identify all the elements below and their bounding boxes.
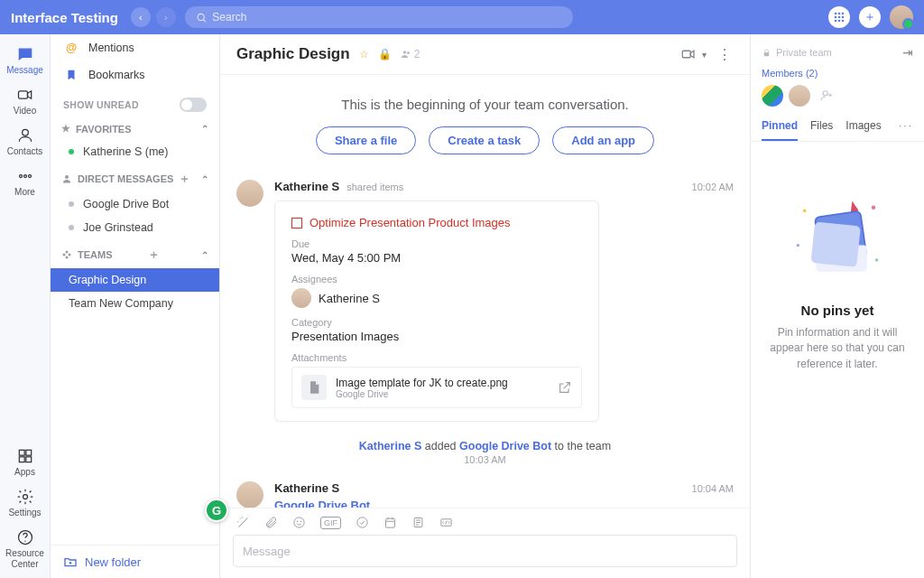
task-title-row[interactable]: Optimize Presentation Product Images (291, 216, 582, 229)
add-app-button[interactable]: Add an app (552, 126, 654, 154)
rail-item-resource-center[interactable]: Resource Center (0, 523, 50, 578)
create-task-button[interactable]: Create a task (429, 126, 540, 154)
empty-body: Pin information and it will appear here … (767, 325, 908, 372)
svg-rect-32 (682, 51, 690, 58)
start-video-button[interactable] (680, 46, 697, 62)
emoji-icon[interactable] (292, 516, 306, 529)
message-author[interactable]: Katherine S (274, 180, 339, 193)
task-checkbox-icon[interactable] (291, 218, 302, 228)
members-icon[interactable]: 2 (401, 48, 420, 61)
conversation-start-text: This is the beginning of your team conve… (236, 88, 734, 126)
chevron-up-icon: ⌃ (201, 124, 208, 134)
svg-point-14 (23, 175, 26, 178)
sidebar: @ Mentions Bookmarks SHOW UNREAD ★ FAVOR… (51, 34, 220, 578)
tab-pinned[interactable]: Pinned (762, 119, 798, 141)
members-link[interactable]: Members (2) (762, 68, 818, 79)
show-unread-label: SHOW UNREAD (63, 99, 139, 110)
more-icon (16, 167, 34, 185)
rail-label-video: Video (14, 106, 36, 116)
rail-item-contacts[interactable]: Contacts (0, 121, 50, 162)
collapse-panel-button[interactable]: ⇥ (902, 45, 913, 60)
svg-rect-37 (386, 518, 395, 527)
conversation-body[interactable]: This is the beginning of your team conve… (220, 75, 750, 508)
nav-back-button[interactable]: ‹ (131, 7, 151, 27)
tab-more-button[interactable]: ··· (899, 119, 913, 141)
add-team-button[interactable]: ＋ (148, 247, 160, 263)
task-card[interactable]: Optimize Presentation Product Images Due… (274, 200, 599, 422)
dialpad-button[interactable] (828, 6, 850, 28)
add-dm-button[interactable]: ＋ (179, 171, 190, 187)
nav-forward-button[interactable]: › (156, 7, 176, 27)
dm-item-drivebot[interactable]: Google Drive Bot (51, 192, 219, 216)
svg-point-24 (63, 254, 66, 256)
svg-point-33 (294, 517, 304, 527)
dm-item-joe[interactable]: Joe Grinstead (51, 216, 219, 239)
message-link[interactable]: Google Drive Bot (274, 499, 734, 508)
svg-point-31 (407, 51, 410, 54)
open-attachment-button[interactable] (558, 380, 572, 395)
at-icon: @ (63, 42, 79, 54)
rail-label-settings: Settings (8, 508, 41, 517)
team-item-new-company[interactable]: Team New Company (51, 292, 219, 315)
code-icon[interactable] (439, 516, 453, 529)
rail-item-more[interactable]: More (0, 162, 50, 202)
add-member-button[interactable] (816, 85, 837, 107)
search-input[interactable] (212, 11, 562, 23)
star-outline-icon[interactable]: ☆ (359, 48, 369, 61)
member-avatar-katherine[interactable] (789, 85, 810, 107)
more-options-button[interactable]: ⋮ (717, 46, 734, 63)
rail-item-video[interactable]: Video (0, 80, 50, 121)
calendar-icon[interactable] (383, 516, 397, 529)
topbar-right: ＋ (828, 5, 913, 29)
sidebar-item-mentions[interactable]: @ Mentions (51, 34, 219, 61)
svg-point-7 (842, 16, 845, 19)
pin-illustration-icon (788, 196, 887, 286)
task-icon[interactable] (356, 516, 369, 529)
tab-images[interactable]: Images (845, 119, 881, 141)
sys-tail: to the team (551, 440, 611, 452)
attach-icon[interactable] (264, 516, 278, 529)
favorite-item-self[interactable]: Katherine S (me) (51, 140, 219, 163)
member-avatar-drivebot[interactable] (762, 85, 783, 107)
pinned-empty-state: No pins yet Pin information and it will … (751, 142, 924, 578)
dm-section-header[interactable]: DIRECT MESSAGES ＋ ⌃ (51, 163, 219, 192)
teams-section-header[interactable]: TEAMS ＋ ⌃ (51, 239, 219, 268)
rail-item-settings[interactable]: Settings (0, 482, 50, 523)
tab-files[interactable]: Files (810, 119, 833, 141)
sidebar-item-bookmarks[interactable]: Bookmarks (51, 61, 219, 89)
avatar[interactable] (236, 481, 263, 508)
dm-heading-label: DIRECT MESSAGES (78, 173, 173, 184)
share-file-button[interactable]: Share a file (316, 126, 416, 154)
chevron-up-icon: ⌃ (201, 250, 208, 260)
gif-icon[interactable]: GIF (320, 517, 341, 529)
current-user-avatar[interactable] (890, 5, 913, 29)
team-item-label: Graphic Design (69, 274, 146, 286)
svg-line-1 (203, 19, 205, 21)
chevron-down-icon[interactable]: ▾ (702, 50, 707, 60)
favorites-section-header[interactable]: ★ FAVORITES ⌃ (51, 116, 219, 140)
grammarly-icon[interactable]: G (205, 499, 228, 522)
sys-target[interactable]: Google Drive Bot (459, 440, 551, 452)
composer-input-wrap[interactable] (233, 535, 737, 567)
message-author[interactable]: Katherine S (274, 481, 339, 495)
system-time: 10:03 AM (236, 454, 734, 465)
sys-mid: added (421, 440, 459, 452)
new-action-button[interactable]: ＋ (859, 6, 881, 28)
rail-item-message[interactable]: Message (0, 40, 50, 80)
show-unread-heading: SHOW UNREAD (51, 89, 219, 116)
attachment-row[interactable]: Image template for JK to create.png Goog… (291, 367, 582, 408)
avatar[interactable] (236, 180, 263, 207)
wand-icon[interactable] (236, 516, 250, 529)
new-folder-button[interactable]: New folder (51, 545, 219, 578)
rail-item-apps[interactable]: Apps (0, 442, 50, 482)
assignee-avatar[interactable] (291, 288, 311, 308)
apps-icon (16, 447, 34, 465)
team-item-graphic-design[interactable]: Graphic Design (51, 268, 219, 292)
note-icon[interactable] (411, 516, 425, 529)
search-container[interactable] (185, 6, 573, 28)
sidebar-label-mentions: Mentions (88, 42, 134, 54)
sys-actor[interactable]: Katherine S (359, 440, 421, 452)
show-unread-toggle[interactable] (180, 98, 207, 112)
svg-point-50 (803, 210, 807, 213)
composer-input[interactable] (243, 545, 727, 558)
